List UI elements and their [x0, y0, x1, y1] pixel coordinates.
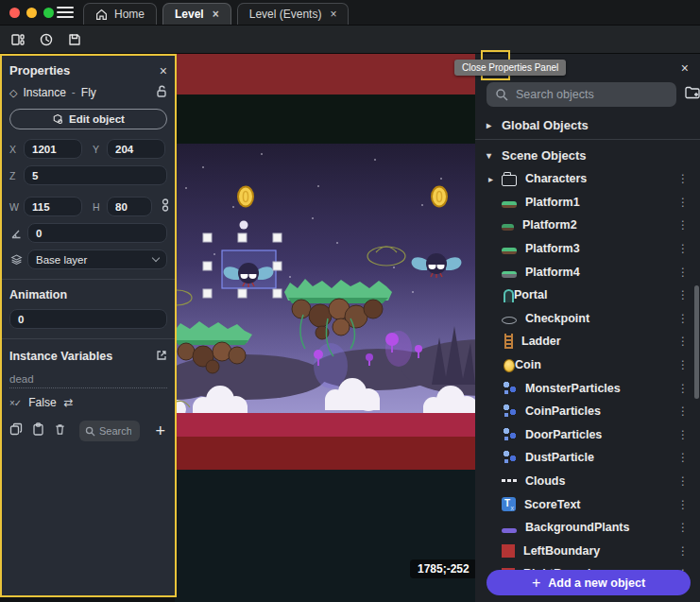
- object-item-clouds[interactable]: Clouds⋮: [475, 470, 700, 493]
- edit-object-icon: [52, 113, 63, 125]
- open-variables-editor-icon[interactable]: [156, 348, 167, 365]
- caret-right-icon[interactable]: ▸: [488, 174, 496, 184]
- plat-c-icon: [502, 271, 517, 278]
- object-item-platform4[interactable]: Platform4⋮: [475, 260, 700, 284]
- object-item-coin[interactable]: Coin⋮: [475, 353, 700, 377]
- minimize-window-button[interactable]: [26, 8, 37, 18]
- group-scene-objects[interactable]: ▾ Scene Objects: [475, 143, 700, 167]
- copy-variable-icon[interactable]: [9, 422, 23, 439]
- object-item-dustparticle[interactable]: DustParticle⋮: [475, 446, 700, 470]
- checkpoint-icon: [502, 317, 517, 324]
- coin[interactable]: [432, 187, 447, 207]
- tab-level[interactable]: Level ×: [162, 3, 231, 25]
- tab-home[interactable]: Home: [83, 3, 157, 25]
- history-icon: [39, 32, 54, 47]
- objects-list: ▸Characters⋮Platform1⋮Platform2⋮Platform…: [475, 167, 700, 602]
- add-folder-icon[interactable]: [684, 85, 700, 104]
- item-menu-icon[interactable]: ⋮: [674, 266, 692, 279]
- close-properties-icon[interactable]: ×: [160, 64, 167, 77]
- text-icon: [502, 497, 516, 511]
- height-input[interactable]: [107, 197, 152, 216]
- object-item-platform2[interactable]: Platform2⋮: [475, 214, 700, 237]
- ladder-icon: [504, 334, 513, 349]
- tab-level-events[interactable]: Level (Events) ×: [237, 3, 350, 25]
- layer-select[interactable]: Base layer: [27, 249, 167, 269]
- variable-value[interactable]: False: [28, 396, 56, 409]
- item-menu-icon[interactable]: ⋮: [674, 382, 692, 395]
- object-item-monsterparticles[interactable]: MonsterParticles⋮: [475, 376, 700, 400]
- item-menu-icon[interactable]: ⋮: [674, 544, 692, 558]
- item-menu-icon[interactable]: ⋮: [674, 428, 692, 441]
- objects-search-box[interactable]: [487, 82, 676, 107]
- item-menu-icon[interactable]: ⋮: [674, 498, 692, 511]
- tab-bar: Home Level × Level (Events) ×: [0, 0, 700, 26]
- toggle-boolean-icon[interactable]: ⇄: [64, 396, 74, 409]
- object-item-portal[interactable]: Portal⋮: [475, 284, 700, 307]
- group-global-objects[interactable]: ▸ Global Objects: [475, 112, 700, 137]
- object-item-scoretext[interactable]: ScoreText⋮: [475, 492, 700, 516]
- item-menu-icon[interactable]: ⋮: [674, 172, 692, 185]
- item-menu-icon[interactable]: ⋮: [674, 196, 692, 209]
- window-controls[interactable]: [9, 8, 54, 18]
- object-item-coinparticles[interactable]: CoinParticles⋮: [475, 400, 700, 423]
- toggle-panels-button[interactable]: [8, 29, 28, 50]
- y-position-input[interactable]: [107, 139, 165, 159]
- variables-search-input[interactable]: [99, 425, 131, 437]
- variable-name[interactable]: dead: [9, 373, 167, 388]
- object-item-label: BackgroundPlants: [525, 521, 629, 534]
- item-menu-icon[interactable]: ⋮: [674, 451, 692, 464]
- paste-variable-icon[interactable]: [32, 422, 44, 439]
- properties-title: Properties: [9, 63, 70, 77]
- item-menu-icon[interactable]: ⋮: [674, 358, 692, 371]
- object-item-characters[interactable]: ▸Characters⋮: [475, 167, 700, 191]
- item-menu-icon[interactable]: ⋮: [674, 521, 692, 534]
- objects-scrollbar[interactable]: [694, 285, 699, 399]
- folder-icon: [502, 175, 517, 186]
- object-item-ladder[interactable]: Ladder⋮: [475, 330, 700, 353]
- close-window-button[interactable]: [9, 8, 20, 18]
- item-menu-icon[interactable]: ⋮: [674, 288, 692, 301]
- properties-panel: Properties × ◇ Instance - Fly Edit objec…: [0, 54, 177, 597]
- coin[interactable]: [238, 187, 253, 207]
- x-position-input[interactable]: [24, 139, 82, 159]
- object-item-platform3[interactable]: Platform3⋮: [475, 237, 700, 261]
- object-item-leftboundary[interactable]: LeftBoundary⋮: [475, 540, 700, 563]
- object-item-doorparticles[interactable]: DoorParticles⋮: [475, 423, 700, 447]
- add-variable-button[interactable]: +: [155, 421, 167, 441]
- toolbar: Preview Share: [0, 26, 700, 54]
- delete-variable-icon[interactable]: [54, 422, 66, 439]
- instance-icon: ◇: [9, 87, 17, 99]
- edit-object-button[interactable]: Edit object: [9, 109, 167, 129]
- coin-icon: [504, 359, 515, 372]
- width-input[interactable]: [24, 197, 82, 216]
- close-tab-icon[interactable]: ×: [213, 8, 219, 21]
- cursor-coordinates: 1785;-252: [410, 559, 477, 578]
- maximize-window-button[interactable]: [43, 8, 54, 18]
- link-dimensions-icon[interactable]: [161, 198, 170, 215]
- animation-input[interactable]: [9, 309, 167, 329]
- close-properties-tooltip: Close Properties Panel: [454, 60, 566, 76]
- item-menu-icon[interactable]: ⋮: [674, 312, 692, 325]
- history-button[interactable]: [36, 29, 57, 50]
- close-objects-panel-icon[interactable]: ×: [681, 61, 689, 75]
- close-tab-icon[interactable]: ×: [330, 8, 336, 21]
- main-menu-icon[interactable]: [57, 7, 74, 19]
- object-item-backgroundplants[interactable]: BackgroundPlants⋮: [475, 516, 700, 540]
- object-item-label: Platform3: [525, 242, 580, 255]
- item-menu-icon[interactable]: ⋮: [674, 404, 692, 418]
- save-button[interactable]: [64, 29, 85, 50]
- item-menu-icon[interactable]: ⋮: [674, 335, 692, 348]
- angle-input[interactable]: [27, 223, 167, 243]
- object-item-checkpoint[interactable]: Checkpoint⋮: [475, 307, 700, 331]
- item-menu-icon[interactable]: ⋮: [674, 242, 692, 255]
- particles-icon: [502, 450, 517, 465]
- item-menu-icon[interactable]: ⋮: [674, 218, 692, 232]
- variables-search-box[interactable]: [79, 421, 140, 441]
- lock-open-icon[interactable]: [156, 85, 167, 100]
- objects-search-input[interactable]: [516, 88, 668, 101]
- add-new-object-button[interactable]: + Add a new object: [487, 570, 691, 595]
- item-menu-icon[interactable]: ⋮: [674, 474, 692, 488]
- animation-section-title: Animation: [9, 288, 167, 301]
- z-order-input[interactable]: [24, 165, 167, 185]
- object-item-platform1[interactable]: Platform1⋮: [475, 191, 700, 215]
